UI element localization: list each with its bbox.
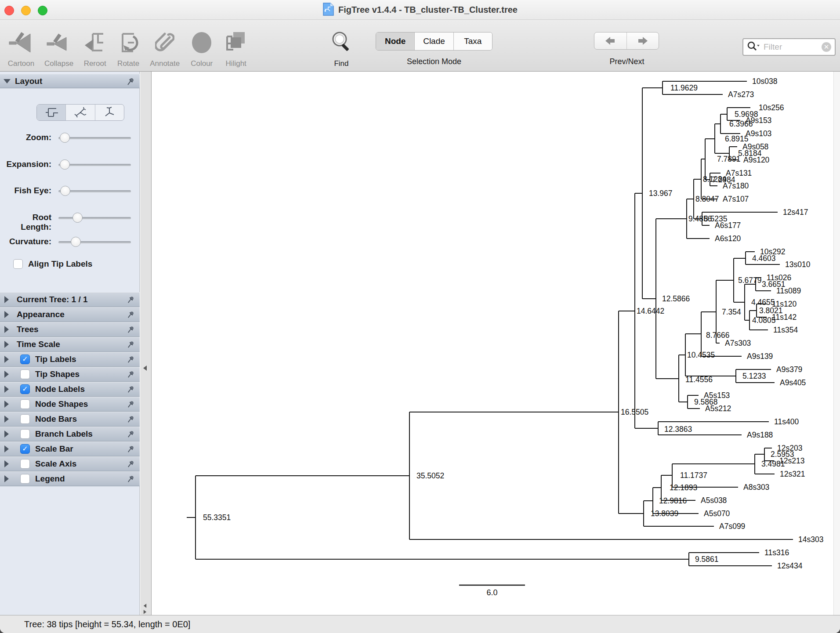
vertical-scrollbar[interactable] bbox=[833, 72, 840, 615]
disclosure-right-icon[interactable] bbox=[4, 430, 9, 438]
disclosure-down-icon[interactable] bbox=[4, 79, 11, 83]
section-checkbox[interactable] bbox=[20, 369, 30, 379]
section-checkbox[interactable] bbox=[20, 414, 30, 424]
disclosure-right-icon[interactable] bbox=[4, 311, 9, 318]
tip-label[interactable]: 13s010 bbox=[785, 260, 811, 269]
disclosure-right-icon[interactable] bbox=[4, 356, 9, 363]
tree-style-rectangular[interactable] bbox=[37, 105, 66, 120]
scroll-up-icon[interactable] bbox=[144, 604, 146, 608]
tip-label[interactable]: A6s120 bbox=[715, 234, 741, 243]
slider-knob[interactable] bbox=[71, 237, 81, 247]
tip-label[interactable]: A7s273 bbox=[728, 90, 754, 99]
pin-icon[interactable] bbox=[127, 430, 134, 440]
tip-label[interactable]: A7s099 bbox=[719, 522, 745, 531]
disclosure-right-icon[interactable] bbox=[4, 445, 9, 452]
sidebar-section-scale-bar[interactable]: ✓Scale Bar bbox=[0, 441, 140, 456]
section-checkbox[interactable] bbox=[20, 429, 30, 439]
pin-icon[interactable] bbox=[127, 475, 134, 485]
selection-mode-clade[interactable]: Clade bbox=[415, 33, 453, 50]
disclosure-right-icon[interactable] bbox=[4, 460, 9, 467]
section-checkbox[interactable] bbox=[20, 474, 30, 484]
disclosure-right-icon[interactable] bbox=[4, 475, 9, 482]
tip-label[interactable]: A8s303 bbox=[743, 483, 769, 492]
next-button[interactable] bbox=[627, 33, 659, 49]
phylogenetic-tree[interactable]: 10s038A7s27310s256A9s153A9s103A9s058A9s1… bbox=[152, 72, 840, 615]
sidebar-splitter[interactable] bbox=[140, 72, 152, 615]
pin-icon[interactable] bbox=[127, 341, 134, 351]
hilight-button[interactable]: Hilight bbox=[219, 22, 253, 68]
prev-button[interactable] bbox=[594, 33, 627, 49]
sidebar-section-tip-labels[interactable]: ✓Tip Labels bbox=[0, 352, 140, 367]
sidebar-section-branch-labels[interactable]: Branch Labels bbox=[0, 427, 140, 441]
tip-label[interactable]: A9s405 bbox=[780, 378, 806, 387]
disclosure-right-icon[interactable] bbox=[4, 341, 9, 348]
filter-input[interactable] bbox=[763, 42, 819, 52]
sidebar-section-node-labels[interactable]: ✓Node Labels bbox=[0, 382, 140, 397]
tip-label[interactable]: A9s139 bbox=[747, 352, 773, 361]
slider-knob[interactable] bbox=[60, 159, 70, 170]
pin-icon[interactable] bbox=[127, 311, 134, 321]
tip-label[interactable]: A9s103 bbox=[746, 129, 771, 138]
tip-label[interactable]: 11s316 bbox=[764, 548, 789, 557]
section-checkbox[interactable]: ✓ bbox=[20, 354, 30, 364]
sidebar-section-appearance[interactable]: Appearance bbox=[0, 307, 140, 322]
sidebar-section-node-shapes[interactable]: Node Shapes bbox=[0, 397, 140, 412]
layout-panel-header[interactable]: Layout bbox=[0, 74, 140, 88]
slider-knob[interactable] bbox=[60, 133, 70, 143]
disclosure-right-icon[interactable] bbox=[4, 401, 9, 408]
section-checkbox[interactable]: ✓ bbox=[20, 384, 30, 394]
align-tip-labels-checkbox[interactable] bbox=[13, 259, 23, 269]
disclosure-right-icon[interactable] bbox=[4, 296, 9, 303]
tip-label[interactable]: A7s303 bbox=[725, 339, 751, 347]
disclosure-right-icon[interactable] bbox=[4, 386, 9, 393]
tip-label[interactable]: 14s303 bbox=[798, 535, 823, 544]
tree-canvas[interactable]: 10s038A7s27310s256A9s153A9s103A9s058A9s1… bbox=[152, 72, 840, 615]
pin-icon[interactable] bbox=[127, 296, 134, 306]
sidebar-section-scale-axis[interactable]: Scale Axis bbox=[0, 456, 140, 471]
pin-icon[interactable] bbox=[127, 326, 134, 336]
section-checkbox[interactable] bbox=[20, 399, 30, 409]
selection-mode-taxa[interactable]: Taxa bbox=[454, 33, 492, 50]
sidebar-section-legend[interactable]: Legend bbox=[0, 471, 140, 486]
colour-button[interactable]: Colour bbox=[185, 22, 219, 68]
tip-label[interactable]: 12s321 bbox=[780, 470, 805, 478]
slider-knob[interactable] bbox=[72, 213, 83, 223]
tip-label[interactable]: 11s400 bbox=[774, 417, 799, 426]
tip-label[interactable]: A9s379 bbox=[776, 365, 802, 374]
tip-label[interactable]: 11s354 bbox=[773, 326, 798, 334]
tip-label[interactable]: A5s038 bbox=[701, 496, 727, 505]
pin-icon[interactable] bbox=[127, 356, 134, 365]
sidebar-section-node-bars[interactable]: Node Bars bbox=[0, 412, 140, 427]
pin-icon[interactable] bbox=[127, 445, 134, 455]
pin-icon[interactable] bbox=[127, 416, 134, 425]
tip-label[interactable]: A9s188 bbox=[747, 430, 773, 439]
pin-icon[interactable] bbox=[127, 401, 134, 410]
sidebar-section-current-tree-1-1[interactable]: Current Tree: 1 / 1 bbox=[0, 292, 140, 307]
slider-track[interactable] bbox=[58, 241, 131, 243]
section-checkbox[interactable] bbox=[20, 459, 30, 469]
sidebar-section-trees[interactable]: Trees bbox=[0, 322, 140, 337]
selection-mode-node[interactable]: Node bbox=[376, 33, 415, 50]
tip-label[interactable]: 10s038 bbox=[752, 77, 777, 86]
tip-label[interactable]: 10s256 bbox=[759, 103, 784, 112]
reroot-button[interactable]: Reroot bbox=[78, 22, 112, 68]
tip-label[interactable]: A5s070 bbox=[704, 509, 730, 518]
pin-icon[interactable] bbox=[127, 78, 134, 88]
tree-style-radial[interactable] bbox=[95, 105, 124, 120]
pin-icon[interactable] bbox=[127, 371, 134, 380]
section-checkbox[interactable]: ✓ bbox=[20, 444, 30, 454]
find-button[interactable]: Find bbox=[326, 22, 357, 68]
tip-label[interactable]: A7s107 bbox=[723, 195, 749, 203]
annotate-button[interactable]: Annotate bbox=[145, 22, 185, 68]
slider-knob[interactable] bbox=[60, 186, 70, 196]
collapse-button[interactable]: Collapse bbox=[40, 22, 78, 68]
slider-track[interactable] bbox=[58, 217, 131, 219]
tip-label[interactable]: 12s417 bbox=[783, 208, 808, 217]
disclosure-right-icon[interactable] bbox=[4, 371, 9, 378]
tree-style-polar[interactable] bbox=[66, 105, 95, 120]
rotate-button[interactable]: Rotate bbox=[112, 22, 145, 68]
pin-icon[interactable] bbox=[127, 386, 134, 395]
clear-filter-icon[interactable]: ✕ bbox=[822, 42, 831, 52]
pin-icon[interactable] bbox=[127, 460, 134, 470]
cartoon-button[interactable]: Cartoon bbox=[3, 22, 40, 68]
